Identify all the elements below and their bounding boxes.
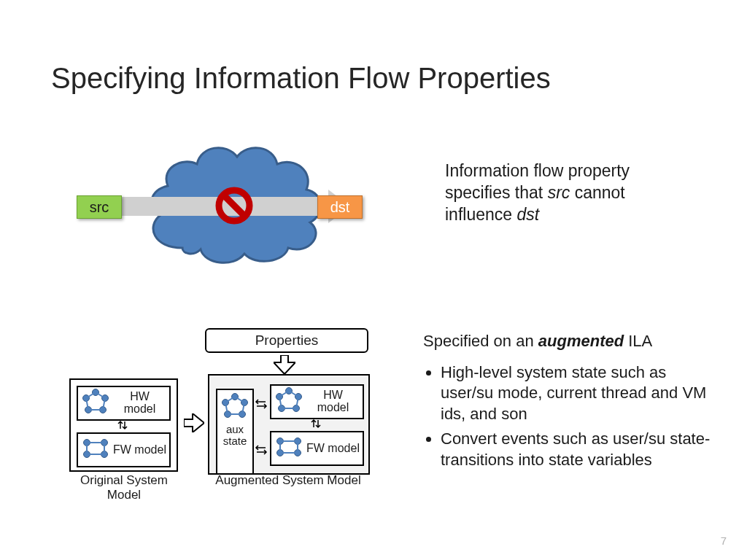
top-description: Information flow property specifies that… [445,160,693,226]
page-title: Specifying Information Flow Properties [51,62,551,95]
text-fragment: Specified on an [423,332,538,350]
list-item: Convert events such as user/su state-tra… [441,429,715,470]
fw-model-box: FW model [77,432,171,467]
text-fragment: ILA [624,332,652,350]
down-arrow-icon [274,355,295,374]
src-italic: src [548,183,570,202]
src-box: src [77,195,122,219]
right-arrow-icon [184,413,204,432]
lower-description: Specified on an augmented ILA High-level… [423,331,715,475]
swap-horiz-icon [255,399,268,409]
properties-box: Properties [205,328,368,353]
original-caption: Original System Model [62,473,186,502]
list-item: High-level system state such as user/su … [441,362,715,425]
graph-icon [275,387,303,416]
hw-model-label: HW model [113,391,169,416]
dst-italic: dst [516,205,539,224]
hw-model-label: HW model [306,389,363,414]
graph-icon [82,389,109,418]
original-system-model: HW model FW model [69,378,178,472]
fw-model-label: FW model [113,444,169,456]
fw-model-label: FW model [306,443,363,455]
graph-icon [82,437,109,463]
augmented-caption: Augmented System Model [201,473,376,488]
graph-icon [275,435,303,462]
page-number: 7 [721,534,727,547]
dst-box: dst [317,195,363,219]
bullet-list: High-level system state such as user/su … [441,362,715,471]
prohibition-icon [215,187,253,225]
fw-model-box: FW model [270,431,364,466]
aux-state-label: aux state [217,424,252,447]
augmented-system-model: aux state HW model [208,374,370,475]
slide: Specifying Information Flow Properties s… [0,0,747,560]
augmented-bold: augmented [538,332,624,350]
graph-icon [221,393,249,421]
swap-horiz-icon [255,445,268,455]
aux-state-box: aux state [216,389,254,475]
svg-line-1 [223,195,245,217]
swap-vert-icon [311,418,321,429]
hw-model-box: HW model [77,386,171,421]
top-diagram: src dst [69,139,401,277]
hw-model-box: HW model [270,384,364,419]
swap-vert-icon [117,419,128,431]
